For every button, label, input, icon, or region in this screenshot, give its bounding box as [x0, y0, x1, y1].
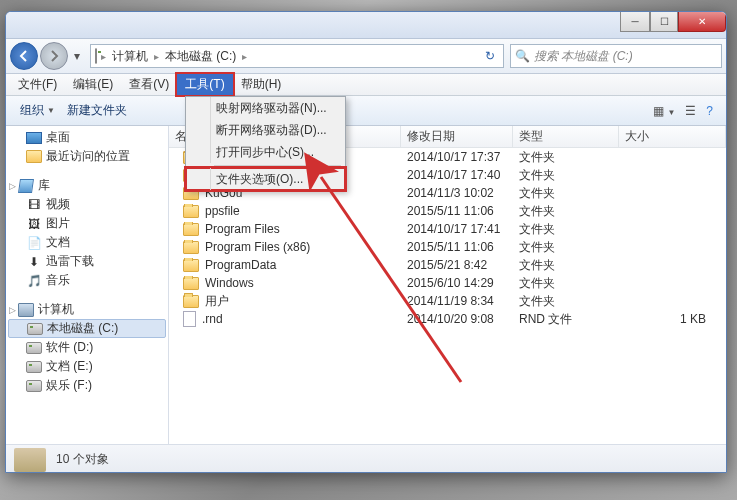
column-size[interactable]: 大小 [619, 126, 726, 147]
menu-map-drive[interactable]: 映射网络驱动器(N)... [186, 97, 345, 119]
column-date[interactable]: 修改日期 [401, 126, 513, 147]
breadcrumb-computer[interactable]: 计算机 [110, 48, 150, 65]
tree-documents[interactable]: 📄文档 [6, 233, 168, 252]
close-button[interactable]: ✕ [678, 12, 726, 32]
menu-tools[interactable]: 工具(T) [177, 74, 232, 95]
tree-pictures[interactable]: 🖼图片 [6, 214, 168, 233]
desktop-icon [26, 130, 42, 146]
maximize-button[interactable]: ☐ [650, 12, 678, 32]
drive-icon [27, 321, 43, 337]
recent-icon [26, 149, 42, 165]
drive-icon [26, 340, 42, 356]
file-type: 文件夹 [513, 185, 619, 202]
file-type: 文件夹 [513, 293, 619, 310]
tools-dropdown: 映射网络驱动器(N)... 断开网络驱动器(D)... 打开同步中心(S)...… [185, 96, 346, 191]
file-name: ppsfile [205, 204, 240, 218]
file-type: 文件夹 [513, 257, 619, 274]
navigation-tree: 桌面 最近访问的位置 ▷库 🎞视频 🖼图片 📄文档 ⬇迅雷下载 🎵音乐 ▷计算机… [6, 126, 169, 444]
menu-bar: 文件(F) 编辑(E) 查看(V) 工具(T) 帮助(H) [6, 74, 726, 96]
file-date: 2015/5/11 11:06 [401, 240, 513, 254]
file-type: 文件夹 [513, 239, 619, 256]
menu-folder-options[interactable]: 文件夹选项(O)... [186, 168, 345, 190]
video-icon: 🎞 [26, 197, 42, 213]
tree-drive-f[interactable]: 娱乐 (F:) [6, 376, 168, 395]
tree-recent[interactable]: 最近访问的位置 [6, 147, 168, 166]
file-row[interactable]: Program Files2014/10/17 17:41文件夹 [169, 220, 726, 238]
drive-icon [26, 378, 42, 394]
path-separator-icon: ▸ [150, 51, 163, 62]
file-date: 2014/11/3 10:02 [401, 186, 513, 200]
toolbar: 组织▼ 新建文件夹 ▦ ▼ ☰ ? [6, 96, 726, 126]
navigation-bar: ▾ ▸ 计算机 ▸ 本地磁盘 (C:) ▸ ↻ 🔍 搜索 本地磁盘 (C:) [6, 39, 726, 74]
folder-icon [183, 205, 199, 218]
tree-music[interactable]: 🎵音乐 [6, 271, 168, 290]
file-row[interactable]: .rnd2014/10/20 9:08RND 文件1 KB [169, 310, 726, 328]
menu-help[interactable]: 帮助(H) [233, 74, 290, 95]
file-type: 文件夹 [513, 167, 619, 184]
tree-drive-e[interactable]: 文档 (E:) [6, 357, 168, 376]
file-type: 文件夹 [513, 203, 619, 220]
preview-pane-button[interactable]: ☰ [680, 104, 701, 118]
tree-video[interactable]: 🎞视频 [6, 195, 168, 214]
tree-drive-c[interactable]: 本地磁盘 (C:) [8, 319, 166, 338]
back-button[interactable] [10, 42, 38, 70]
menu-edit[interactable]: 编辑(E) [65, 74, 121, 95]
file-name: ProgramData [205, 258, 276, 272]
search-input[interactable]: 🔍 搜索 本地磁盘 (C:) [510, 44, 722, 68]
file-size: 1 KB [619, 312, 726, 326]
tree-computer[interactable]: ▷计算机 [6, 300, 168, 319]
tree-drive-d[interactable]: 软件 (D:) [6, 338, 168, 357]
column-type[interactable]: 类型 [513, 126, 619, 147]
menu-separator [214, 165, 341, 166]
help-button[interactable]: ? [701, 104, 718, 118]
status-icon [14, 448, 46, 472]
status-count: 10 个对象 [56, 451, 109, 468]
computer-icon [18, 302, 34, 318]
titlebar: ─ ☐ ✕ [6, 12, 726, 39]
file-type: 文件夹 [513, 149, 619, 166]
documents-icon: 📄 [26, 235, 42, 251]
menu-file[interactable]: 文件(F) [10, 74, 65, 95]
path-separator-icon: ▸ [238, 51, 251, 62]
file-row[interactable]: ProgramData2015/5/21 8:42文件夹 [169, 256, 726, 274]
status-bar: 10 个对象 [6, 444, 726, 473]
drive-icon [95, 49, 97, 63]
minimize-button[interactable]: ─ [620, 12, 650, 32]
search-icon: 🔍 [515, 49, 530, 63]
folder-icon [183, 277, 199, 290]
file-name: .rnd [202, 312, 223, 326]
music-icon: 🎵 [26, 273, 42, 289]
folder-icon [183, 241, 199, 254]
menu-disconnect-drive[interactable]: 断开网络驱动器(D)... [186, 119, 345, 141]
file-name: Program Files [205, 222, 280, 236]
file-row[interactable]: ppsfile2015/5/11 11:06文件夹 [169, 202, 726, 220]
drive-icon [26, 359, 42, 375]
folder-icon [183, 223, 199, 236]
file-date: 2014/10/17 17:40 [401, 168, 513, 182]
organize-button[interactable]: 组织▼ [14, 102, 61, 119]
file-date: 2014/10/17 17:37 [401, 150, 513, 164]
file-icon [183, 311, 196, 327]
address-bar[interactable]: ▸ 计算机 ▸ 本地磁盘 (C:) ▸ ↻ [90, 44, 504, 68]
file-row[interactable]: Windows2015/6/10 14:29文件夹 [169, 274, 726, 292]
menu-sync-center[interactable]: 打开同步中心(S)... [186, 141, 345, 163]
tree-thunder[interactable]: ⬇迅雷下载 [6, 252, 168, 271]
file-date: 2015/6/10 14:29 [401, 276, 513, 290]
breadcrumb-drive[interactable]: 本地磁盘 (C:) [163, 48, 238, 65]
file-row[interactable]: Program Files (x86)2015/5/11 11:06文件夹 [169, 238, 726, 256]
tree-desktop[interactable]: 桌面 [6, 128, 168, 147]
nav-history-dropdown[interactable]: ▾ [70, 49, 84, 63]
file-row[interactable]: 用户2014/11/19 8:34文件夹 [169, 292, 726, 310]
menu-view[interactable]: 查看(V) [121, 74, 177, 95]
tree-libraries[interactable]: ▷库 [6, 176, 168, 195]
view-mode-button[interactable]: ▦ ▼ [648, 104, 680, 118]
forward-button[interactable] [40, 42, 68, 70]
download-icon: ⬇ [26, 254, 42, 270]
file-name: Program Files (x86) [205, 240, 310, 254]
new-folder-button[interactable]: 新建文件夹 [61, 102, 133, 119]
file-date: 2014/10/20 9:08 [401, 312, 513, 326]
refresh-button[interactable]: ↻ [481, 49, 499, 63]
file-type: 文件夹 [513, 221, 619, 238]
file-date: 2015/5/21 8:42 [401, 258, 513, 272]
folder-icon [183, 295, 199, 308]
